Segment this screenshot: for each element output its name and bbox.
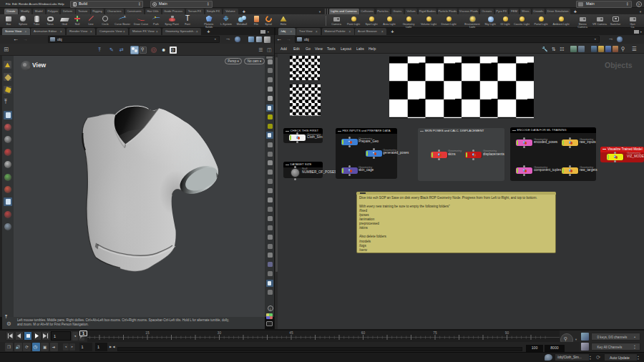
svg-text:75: 75 (433, 331, 437, 335)
svg-text:60: 60 (361, 331, 366, 335)
svg-text:90: 90 (505, 331, 509, 335)
svg-text:30: 30 (218, 331, 222, 335)
svg-text:15: 15 (145, 331, 150, 335)
svg-text:45: 45 (289, 331, 293, 335)
